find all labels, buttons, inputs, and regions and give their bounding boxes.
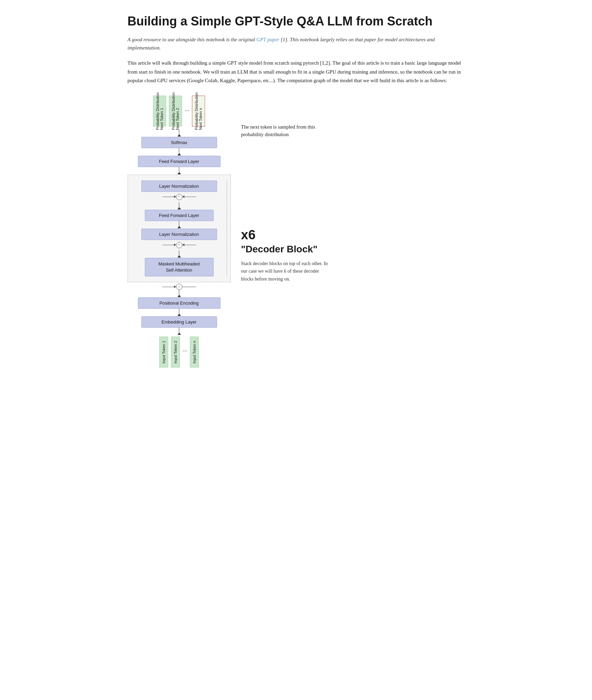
decoder-annotation: x6 "Decoder Block" Stack decoder blocks … — [241, 228, 331, 283]
body-paragraph: This article will walk through building … — [128, 59, 465, 85]
arrow-pos-to-embed — [177, 309, 181, 316]
page-title: Building a Simple GPT-Style Q&A LLM from… — [128, 14, 465, 29]
input-token-n: Input Token n — [190, 337, 199, 368]
output-token-n: Probability DistributionNext Token n — [192, 96, 205, 127]
softmax-block: Softmax — [141, 137, 217, 148]
feed-forward-top-block: Feed Forward Layer — [138, 156, 220, 167]
layer-norm-top-block: Layer Normalization — [141, 181, 217, 192]
embedding-layer-block: Embedding Layer — [141, 316, 217, 328]
arrow-tokens-to-softmax — [177, 129, 181, 137]
input-tokens-row: Input Token 1 Input Token 2 ... Input To… — [159, 337, 199, 368]
bottom-residual-row: + — [141, 242, 217, 248]
arrow-ff-to-ln-bottom — [177, 221, 181, 229]
arrow-fork-up — [177, 290, 181, 297]
skip-connection-line — [227, 181, 227, 276]
layer-norm-bottom-block: Layer Normalization — [141, 229, 217, 240]
feed-forward-inner-block: Feed Forward Layer — [145, 210, 214, 221]
input-token-2: Input Token 2 — [171, 337, 180, 368]
arrow-to-ff-inner — [177, 202, 181, 210]
decoder-block-container: Layer Normalization + — [128, 175, 231, 282]
gpt-paper-link[interactable]: GPT paper — [256, 37, 279, 42]
decoder-block-label: "Decoder Block" — [241, 243, 331, 255]
plus-circle-top: + — [176, 194, 182, 200]
fork-row: + — [145, 284, 214, 290]
x6-label: x6 — [241, 228, 331, 242]
annotations-panel: The next token is sampled from this prob… — [241, 96, 331, 283]
output-token-2: Probability DistributionNext Token 2 — [169, 96, 182, 127]
below-decoder-area: + — [128, 282, 231, 297]
top-residual-row: + — [141, 194, 217, 200]
arrow-ff-to-decoder — [177, 167, 181, 175]
decoder-description: Stack decoder blocks on top of each othe… — [241, 260, 331, 283]
input-token-1: Input Token 1 — [159, 337, 168, 368]
architecture-diagram: Probability DistributionNext Token 1 Pro… — [128, 96, 231, 368]
arrow-embed-to-inputs — [177, 328, 181, 335]
input-dots: ... — [183, 346, 187, 353]
output-token-1: Probability DistributionNext Token 1 — [153, 96, 166, 127]
masked-attention-block: Masked Multiheaded Self Attention — [145, 258, 214, 276]
positional-encoding-block: Positional Encoding — [138, 297, 220, 309]
arrow-plus-to-attn — [177, 250, 181, 258]
intro-italic-text: A good resource to use alongside this no… — [128, 35, 465, 52]
sampled-text: The next token is sampled from this prob… — [241, 123, 317, 139]
arrow-softmax-to-ff — [177, 148, 181, 156]
diagram-section: Probability DistributionNext Token 1 Pro… — [128, 96, 465, 368]
decoder-block: Layer Normalization + — [128, 175, 231, 282]
plus-circle-bottom: + — [176, 242, 182, 248]
plus-circle-fork: + — [176, 284, 182, 290]
output-tokens-row: Probability DistributionNext Token 1 Pro… — [153, 96, 205, 127]
output-dots: ... — [185, 106, 190, 113]
